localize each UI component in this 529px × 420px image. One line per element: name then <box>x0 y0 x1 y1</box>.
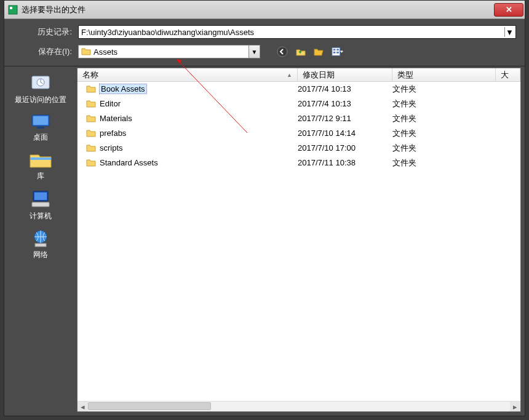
folder-icon <box>86 143 96 153</box>
file-date: 2017/7/10 17:00 <box>298 143 392 153</box>
up-folder-icon <box>295 46 306 57</box>
place-recent[interactable]: 最近访问的位置 <box>4 70 77 108</box>
history-path-value: F:\uinty3d\ziyuanbao\diwuzhang\xiangmu\A… <box>81 28 254 37</box>
back-arrow-icon <box>277 46 288 57</box>
place-desktop[interactable]: 桌面 <box>4 110 77 145</box>
view-menu-icon <box>332 46 344 57</box>
file-name: scripts <box>100 143 123 153</box>
close-button[interactable]: ✕ <box>494 3 523 17</box>
svg-rect-13 <box>37 127 44 129</box>
scroll-left-button[interactable]: ◂ <box>78 402 88 411</box>
col-name[interactable]: 名称 ▲ <box>78 68 298 81</box>
chevron-down-icon: ▼ <box>506 28 514 37</box>
place-library[interactable]: 库 <box>4 148 77 184</box>
place-label: 网络 <box>33 250 48 260</box>
file-date: 2017/7/4 10:13 <box>298 84 392 93</box>
file-type: 文件夹 <box>392 143 496 154</box>
file-name: prefabs <box>100 129 126 138</box>
desktop-icon <box>28 113 53 131</box>
svg-rect-6 <box>336 49 339 50</box>
app-icon <box>8 5 18 15</box>
folder-icon <box>86 129 96 138</box>
library-icon <box>28 150 54 170</box>
folder-icon <box>86 99 96 109</box>
titlebar: 选择要导出的文件 ✕ <box>4 1 525 19</box>
folder-icon <box>86 158 96 168</box>
file-date: 2017/7/11 10:38 <box>298 158 392 167</box>
view-mode-button[interactable] <box>332 46 344 58</box>
folder-icon <box>81 47 91 57</box>
history-dropdown-button[interactable]: ▼ <box>504 27 514 37</box>
places-sidebar: 最近访问的位置 桌面 库 <box>4 66 77 416</box>
table-row[interactable]: Book Assets2017/7/4 10:13文件夹 <box>78 82 520 97</box>
place-label: 桌面 <box>33 132 48 143</box>
place-label: 计算机 <box>30 211 52 221</box>
col-type[interactable]: 类型 <box>392 68 496 81</box>
file-name: Materials <box>100 114 132 123</box>
up-level-button[interactable] <box>295 46 307 58</box>
file-type: 文件夹 <box>392 128 496 139</box>
place-network[interactable]: 网络 <box>4 226 77 263</box>
file-date: 2017/7/4 10:13 <box>298 99 392 108</box>
save-in-label: 保存在(I): <box>4 46 78 57</box>
folder-icon <box>86 114 96 124</box>
create-folder-button[interactable] <box>313 46 325 58</box>
table-row[interactable]: scripts2017/7/10 17:00文件夹 <box>78 141 520 156</box>
close-icon: ✕ <box>506 5 512 14</box>
file-rows: Book Assets2017/7/4 10:13文件夹Editor2017/7… <box>78 82 520 401</box>
svg-rect-7 <box>333 52 336 53</box>
horizontal-scrollbar[interactable]: ◂ ▸ <box>78 401 520 411</box>
file-date: 2017/7/12 9:11 <box>298 114 392 123</box>
header-toolbar <box>276 46 344 58</box>
folder-icon <box>86 84 96 94</box>
export-file-dialog: 选择要导出的文件 ✕ 历史记录: F:\uinty3d\ziyuanbao\di… <box>4 0 525 416</box>
table-row[interactable]: prefabs2017/7/10 14:14文件夹 <box>78 126 520 141</box>
dialog-body: 最近访问的位置 桌面 库 <box>4 66 525 416</box>
place-label: 库 <box>37 171 44 181</box>
scroll-thumb[interactable] <box>88 402 211 410</box>
file-name: Editor <box>100 99 121 108</box>
window-title: 选择要导出的文件 <box>22 4 494 15</box>
table-row[interactable]: Materials2017/7/12 9:11文件夹 <box>78 111 520 126</box>
sort-asc-icon: ▲ <box>287 72 292 78</box>
file-name: Standard Assets <box>100 158 158 167</box>
svg-rect-14 <box>30 157 51 160</box>
file-type: 文件夹 <box>392 84 496 95</box>
svg-rect-8 <box>336 52 339 53</box>
save-in-combo[interactable]: Assets ▼ <box>78 45 260 58</box>
back-button[interactable] <box>276 46 288 58</box>
dialog-header: 历史记录: F:\uinty3d\ziyuanbao\diwuzhang\xia… <box>4 19 525 66</box>
file-type: 文件夹 <box>392 113 496 124</box>
col-size[interactable]: 大 <box>496 68 520 81</box>
file-type: 文件夹 <box>392 98 496 109</box>
open-folder-icon <box>314 46 325 57</box>
column-headers: 名称 ▲ 修改日期 类型 大 <box>78 68 520 82</box>
chevron-down-icon: ▼ <box>252 49 258 55</box>
network-icon <box>29 229 52 248</box>
place-computer[interactable]: 计算机 <box>4 186 77 224</box>
history-path-combo[interactable]: F:\uinty3d\ziyuanbao\diwuzhang\xiangmu\A… <box>78 25 516 39</box>
table-row[interactable]: Standard Assets2017/7/11 10:38文件夹 <box>78 156 520 170</box>
svg-rect-17 <box>32 202 49 207</box>
svg-point-3 <box>277 47 287 57</box>
table-row[interactable]: Editor2017/7/4 10:13文件夹 <box>78 97 520 111</box>
col-date[interactable]: 修改日期 <box>298 68 392 81</box>
place-label: 最近访问的位置 <box>15 95 66 105</box>
computer-icon <box>28 189 53 210</box>
file-date: 2017/7/10 14:14 <box>298 129 392 138</box>
save-in-dropdown-button[interactable]: ▼ <box>249 46 260 58</box>
scroll-right-button[interactable]: ▸ <box>510 402 520 411</box>
history-label: 历史记录: <box>4 26 78 38</box>
recent-places-icon <box>28 73 53 93</box>
file-type: 文件夹 <box>392 157 496 168</box>
file-name: Book Assets <box>100 84 146 93</box>
svg-rect-2 <box>10 7 12 9</box>
svg-rect-5 <box>333 49 336 50</box>
save-in-value: Assets <box>93 47 117 57</box>
svg-rect-12 <box>33 116 48 125</box>
svg-rect-16 <box>34 192 47 200</box>
file-list: 名称 ▲ 修改日期 类型 大 Book Assets2017/7/4 10:13… <box>77 68 521 412</box>
svg-rect-19 <box>35 244 46 247</box>
